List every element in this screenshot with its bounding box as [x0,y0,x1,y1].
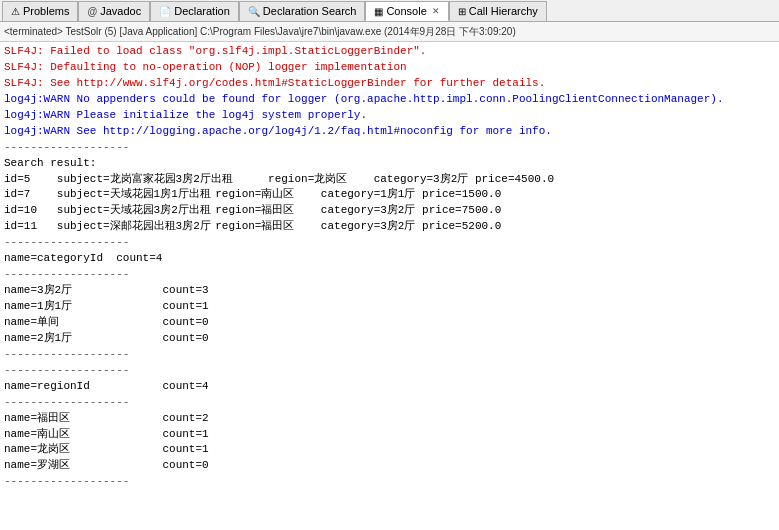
console-line: id=10 subject=天域花园3房2厅出租 region=福田区 cate… [4,203,775,219]
console-line: ------------------- [4,267,775,283]
console-line: id=5 subject=龙岗富家花园3房2厅出租 region=龙岗区 cat… [4,172,775,188]
console-line: id=7 subject=天域花园1房1厅出租 region=南山区 categ… [4,187,775,203]
tab-problems[interactable]: ⚠ Problems [2,1,78,21]
console-line: id=11 subject=深邮花园出租3房2厅 region=福田区 cate… [4,219,775,235]
tab-javadoc-label: Javadoc [100,5,141,17]
tab-problems-label: Problems [23,5,69,17]
console-line: log4j:WARN Please initialize the log4j s… [4,108,775,124]
console-line: log4j:WARN No appenders could be found f… [4,92,775,108]
console-line: SLF4J: Failed to load class "org.slf4j.i… [4,44,775,60]
javadoc-icon: @ [87,6,97,17]
console-icon: ▦ [374,6,383,17]
console-line: SLF4J: Defaulting to no-operation (NOP) … [4,60,775,76]
tab-javadoc[interactable]: @ Javadoc [78,1,150,21]
console-line: ------------------- [4,347,775,363]
callhierarchy-icon: ⊞ [458,6,466,17]
tab-search-label: Declaration Search [263,5,357,17]
console-line: name=1房1厅 count=1 [4,299,775,315]
console-close-icon[interactable]: ✕ [432,6,440,16]
console-line: name=南山区 count=1 [4,427,775,443]
console-line: ------------------- [4,474,775,490]
console-line: SLF4J: See http://www.slf4j.org/codes.ht… [4,76,775,92]
console-line: name=福田区 count=2 [4,411,775,427]
tab-console[interactable]: ▦ Console ✕ [365,1,448,21]
console-line: ------------------- [4,235,775,251]
tab-console-label: Console [386,5,426,17]
tab-callhierarchy-label: Call Hierarchy [469,5,538,17]
console-line: log4j:WARN See http://logging.apache.org… [4,124,775,140]
console-line: name=categoryId count=4 [4,251,775,267]
console-line: name=regionId count=4 [4,379,775,395]
console-line: Search result: [4,156,775,172]
console-toolbar: <terminated> TestSolr (5) [Java Applicat… [0,22,779,42]
tab-callhierarchy[interactable]: ⊞ Call Hierarchy [449,1,547,21]
console-line: ------------------- [4,363,775,379]
tab-declaration-label: Declaration [174,5,230,17]
console-line: name=3房2厅 count=3 [4,283,775,299]
console-line: name=单间 count=0 [4,315,775,331]
tab-bar: ⚠ Problems @ Javadoc 📄 Declaration 🔍 Dec… [0,0,779,22]
problems-icon: ⚠ [11,6,20,17]
tab-search[interactable]: 🔍 Declaration Search [239,1,366,21]
terminated-label: <terminated> TestSolr (5) [Java Applicat… [4,25,516,39]
search-icon: 🔍 [248,6,260,17]
console-line: ------------------- [4,395,775,411]
console-output[interactable]: SLF4J: Failed to load class "org.slf4j.i… [0,42,779,529]
console-line: name=罗湖区 count=0 [4,458,775,474]
console-line: name=2房1厅 count=0 [4,331,775,347]
console-line: ------------------- [4,140,775,156]
declaration-icon: 📄 [159,6,171,17]
tab-declaration[interactable]: 📄 Declaration [150,1,239,21]
console-line: name=龙岗区 count=1 [4,442,775,458]
